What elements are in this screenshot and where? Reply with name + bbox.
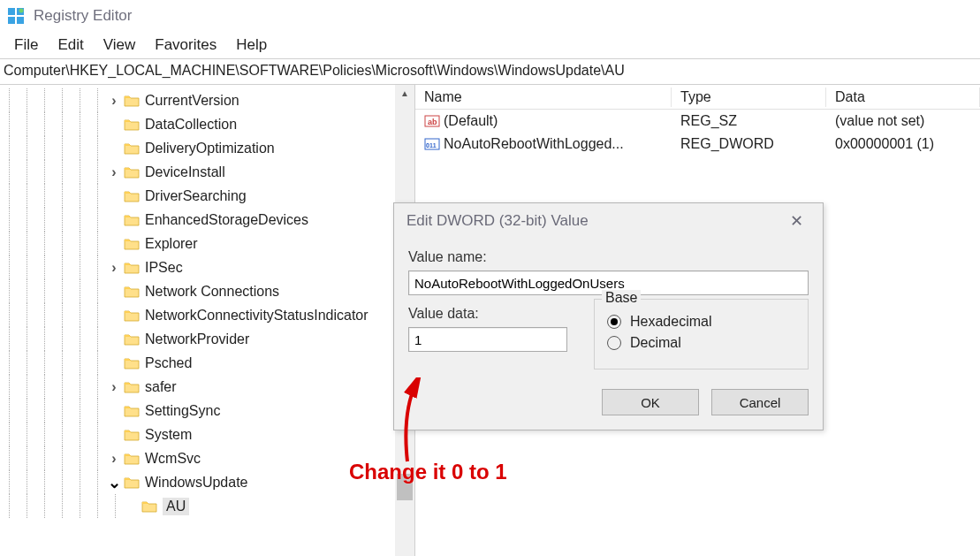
svg-text:011: 011 <box>426 142 437 149</box>
menu-file[interactable]: File <box>5 34 47 56</box>
header-data[interactable]: Data <box>826 88 980 107</box>
folder-icon <box>124 261 140 274</box>
folder-icon <box>124 308 140 322</box>
string-value-icon: ab <box>424 113 440 129</box>
cancel-button[interactable]: Cancel <box>711 389 809 415</box>
svg-text:ab: ab <box>428 118 437 126</box>
folder-icon <box>124 189 140 202</box>
tree-item-label: AU <box>163 498 189 515</box>
edit-dword-dialog: Edit DWORD (32-bit) Value ✕ Value name: … <box>393 202 824 430</box>
folder-icon <box>124 428 140 441</box>
folder-icon <box>124 380 140 393</box>
chevron-down-icon[interactable]: ⌄ <box>106 473 122 492</box>
tree-item[interactable]: ›CurrentVersion <box>0 88 414 112</box>
tree-item[interactable]: DriverSearching <box>0 184 414 208</box>
header-name[interactable]: Name <box>415 88 672 107</box>
dword-value-icon: 011 <box>424 136 440 152</box>
value-data-label: Value data: <box>408 306 567 322</box>
value-row[interactable]: ab(Default)REG_SZ(value not set) <box>415 110 980 133</box>
value-type: REG_SZ <box>672 113 826 129</box>
tree-item[interactable]: NetworkProvider <box>0 327 414 351</box>
ok-button[interactable]: OK <box>602 389 699 415</box>
tree-item-label: NetworkProvider <box>145 331 249 347</box>
folder-icon <box>141 499 157 513</box>
tree-item[interactable]: DataCollection <box>0 112 414 136</box>
tree-item-label: CurrentVersion <box>145 93 239 109</box>
tree-item-label: Network Connections <box>145 284 279 300</box>
tree-item[interactable]: System <box>0 423 414 446</box>
list-header[interactable]: Name Type Data <box>415 85 980 110</box>
tree-item-label: Explorer <box>145 236 198 252</box>
folder-icon <box>124 285 140 298</box>
tree-item[interactable]: NetworkConnectivityStatusIndicator <box>0 303 414 327</box>
tree-item[interactable]: EnhancedStorageDevices <box>0 208 414 232</box>
folder-icon <box>124 404 140 417</box>
folder-icon <box>124 476 140 489</box>
chevron-right-icon[interactable]: › <box>106 451 122 467</box>
svg-rect-3 <box>17 17 24 24</box>
tree-item-label: Psched <box>145 355 192 371</box>
folder-icon <box>124 237 140 250</box>
menu-favorites[interactable]: Favorites <box>146 34 225 56</box>
value-data: 0x00000001 (1) <box>826 136 980 152</box>
tree-item-label: DriverSearching <box>145 188 247 204</box>
tree-item-label: safer <box>145 379 177 395</box>
address-bar[interactable]: Computer\HKEY_LOCAL_MACHINE\SOFTWARE\Pol… <box>0 58 980 85</box>
folder-icon <box>124 213 140 226</box>
tree-item[interactable]: ›safer <box>0 375 414 399</box>
tree-item[interactable]: AU <box>0 494 414 518</box>
tree-item[interactable]: DeliveryOptimization <box>0 136 414 160</box>
folder-icon <box>124 141 140 155</box>
radio-decimal[interactable]: Decimal <box>607 335 795 351</box>
tree-item-label: WcmSvc <box>145 451 201 467</box>
header-type[interactable]: Type <box>672 88 826 107</box>
folder-icon <box>124 356 140 369</box>
menu-view[interactable]: View <box>95 34 145 56</box>
chevron-right-icon[interactable]: › <box>106 379 122 395</box>
base-group: Base Hexadecimal Decimal <box>594 299 809 369</box>
radio-hex-label: Hexadecimal <box>630 314 711 330</box>
menu-help[interactable]: Help <box>227 34 276 56</box>
value-name-label: Value name: <box>408 249 809 265</box>
tree-item[interactable]: ›DeviceInstall <box>0 160 414 184</box>
annotation-text: Change it 0 to 1 <box>349 460 507 484</box>
dialog-titlebar[interactable]: Edit DWORD (32-bit) Value ✕ <box>394 203 823 239</box>
base-legend: Base <box>602 290 641 306</box>
tree-item[interactable]: ›IPSec <box>0 255 414 279</box>
chevron-right-icon[interactable]: › <box>106 93 122 109</box>
svg-rect-0 <box>8 8 15 15</box>
dialog-title: Edit DWORD (32-bit) Value <box>406 212 589 230</box>
tree-item-label: DeviceInstall <box>145 164 225 180</box>
tree-item[interactable]: Network Connections <box>0 279 414 303</box>
tree-pane: ›CurrentVersionDataCollectionDeliveryOpt… <box>0 85 415 556</box>
value-data-field[interactable] <box>408 327 567 352</box>
value-data: (value not set) <box>826 113 980 129</box>
radio-icon <box>607 336 621 350</box>
tree-item[interactable]: SettingSync <box>0 399 414 423</box>
folder-icon <box>124 118 140 131</box>
window-title: Registry Editor <box>34 7 132 25</box>
radio-hexadecimal[interactable]: Hexadecimal <box>607 314 795 330</box>
svg-rect-2 <box>8 17 15 24</box>
radio-dec-label: Decimal <box>630 335 681 351</box>
tree-item-label: DataCollection <box>145 117 237 133</box>
folder-icon <box>124 94 140 107</box>
tree-item-label: WindowsUpdate <box>145 475 248 491</box>
registry-tree[interactable]: ›CurrentVersionDataCollectionDeliveryOpt… <box>0 85 414 518</box>
tree-item-label: SettingSync <box>145 403 220 419</box>
svg-point-4 <box>19 9 24 13</box>
folder-icon <box>124 165 140 179</box>
tree-item[interactable]: Explorer <box>0 232 414 255</box>
folder-icon <box>124 332 140 346</box>
tree-item[interactable]: Psched <box>0 351 414 375</box>
tree-item-label: EnhancedStorageDevices <box>145 212 308 228</box>
chevron-right-icon[interactable]: › <box>106 260 122 276</box>
scroll-up-icon[interactable]: ▲ <box>395 85 414 101</box>
folder-icon <box>124 452 140 465</box>
menu-edit[interactable]: Edit <box>49 34 92 56</box>
chevron-right-icon[interactable]: › <box>106 164 122 180</box>
close-icon[interactable]: ✕ <box>783 208 810 234</box>
tree-item-label: DeliveryOptimization <box>145 141 275 156</box>
value-row[interactable]: 011NoAutoRebootWithLogged...REG_DWORD0x0… <box>415 133 980 156</box>
address-path: Computer\HKEY_LOCAL_MACHINE\SOFTWARE\Pol… <box>4 63 625 78</box>
